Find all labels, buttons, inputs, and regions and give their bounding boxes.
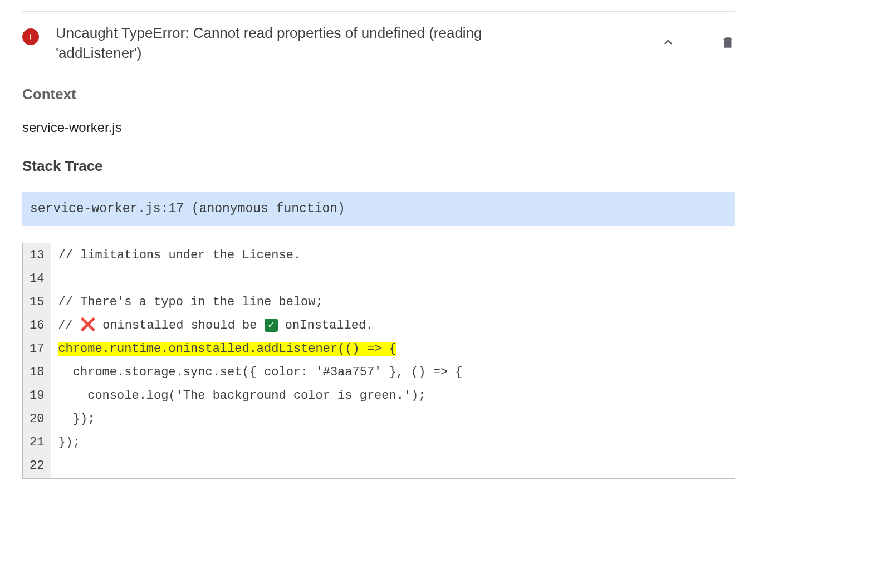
code-line [51, 454, 735, 478]
line-number: 20 [23, 408, 51, 431]
line-number: 22 [23, 454, 51, 478]
error-header: Uncaught TypeError: Cannot read properti… [22, 11, 735, 80]
collapse-chevron-icon[interactable] [661, 35, 675, 50]
stack-trace-heading: Stack Trace [22, 158, 735, 175]
line-number: 13 [23, 244, 51, 267]
code-line: console.log('The background color is gre… [51, 384, 735, 408]
code-line: // There's a typo in the line below; [51, 291, 735, 314]
line-number: 16 [23, 314, 51, 337]
code-line: // ❌ oninstalled should be ✓ onInstalled… [51, 314, 735, 337]
line-number: 17 [23, 337, 51, 361]
error-title: Uncaught TypeError: Cannot read properti… [56, 23, 512, 63]
code-line: chrome.storage.sync.set({ color: '#3aa75… [51, 361, 735, 384]
line-number: 15 [23, 291, 51, 314]
cross-icon: ❌ [80, 318, 95, 332]
code-line: }); [51, 408, 735, 431]
code-line [51, 267, 735, 291]
delete-icon[interactable] [721, 35, 735, 50]
error-icon [22, 28, 39, 45]
line-number: 19 [23, 384, 51, 408]
code-gutter: 13141516171819202122 [23, 243, 51, 478]
code-block: 13141516171819202122 // limitations unde… [22, 243, 735, 479]
code-line: // limitations under the License. [51, 244, 735, 267]
context-filename: service-worker.js [22, 120, 735, 135]
context-heading: Context [22, 86, 735, 103]
stack-frame[interactable]: service-worker.js:17 (anonymous function… [22, 192, 735, 226]
code-line: }); [51, 431, 735, 454]
code-line: chrome.runtime.oninstalled.addListener((… [51, 337, 735, 361]
action-divider [698, 28, 698, 56]
line-number: 14 [23, 267, 51, 291]
code-lines: // limitations under the License. // The… [51, 243, 735, 478]
line-number: 18 [23, 361, 51, 384]
line-number: 21 [23, 431, 51, 454]
check-icon: ✓ [265, 318, 278, 332]
